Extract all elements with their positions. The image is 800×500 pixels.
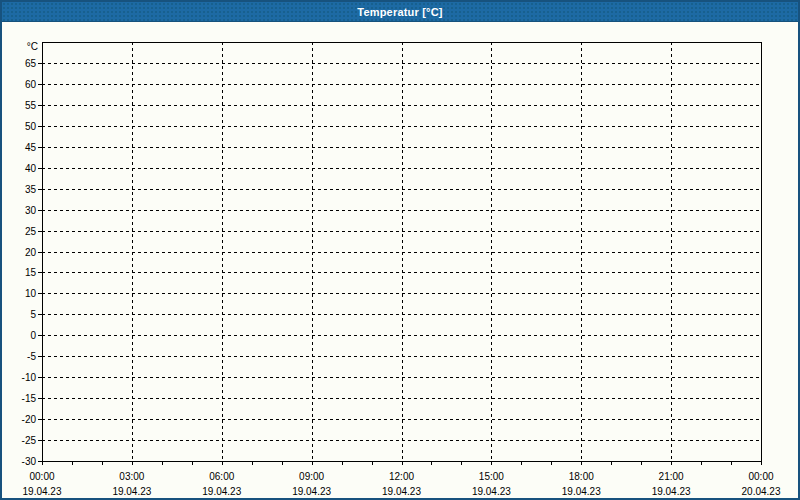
x-tick-date-label: 19.04.23 bbox=[202, 486, 241, 497]
chart-area: 65605550454035302520151050-5-10-15-20-25… bbox=[2, 22, 798, 499]
y-tick-label: 65 bbox=[25, 58, 37, 69]
x-tick-time-label: 00:00 bbox=[748, 471, 773, 482]
x-tick-date-label: 20.04.23 bbox=[742, 486, 781, 497]
y-tick-label: 10 bbox=[25, 288, 37, 299]
y-tick-label: 30 bbox=[25, 205, 37, 216]
y-tick-label: 40 bbox=[25, 163, 37, 174]
x-tick-time-label: 15:00 bbox=[479, 471, 504, 482]
y-tick-label: -5 bbox=[27, 351, 36, 362]
y-tick-label: -15 bbox=[22, 393, 37, 404]
x-tick-time-label: 09:00 bbox=[299, 471, 324, 482]
y-tick-label: 15 bbox=[25, 267, 37, 278]
y-axis-unit-label: °C bbox=[27, 41, 38, 52]
chart-window: Temperatur [°C] 656055504540353025201510… bbox=[0, 0, 800, 500]
x-tick-date-label: 19.04.23 bbox=[382, 486, 421, 497]
x-tick-date-label: 19.04.23 bbox=[472, 486, 511, 497]
x-tick-date-label: 19.04.23 bbox=[652, 486, 691, 497]
x-tick-time-label: 12:00 bbox=[389, 471, 414, 482]
y-tick-label: 20 bbox=[25, 247, 37, 258]
y-tick-label: -20 bbox=[22, 414, 37, 425]
x-tick-time-label: 21:00 bbox=[659, 471, 684, 482]
y-tick-label: 50 bbox=[25, 121, 37, 132]
x-tick-date-label: 19.04.23 bbox=[292, 486, 331, 497]
y-tick-label: -25 bbox=[22, 435, 37, 446]
x-tick-time-label: 03:00 bbox=[119, 471, 144, 482]
x-tick-date-label: 19.04.23 bbox=[112, 486, 151, 497]
y-tick-label: 45 bbox=[25, 142, 37, 153]
x-tick-time-label: 18:00 bbox=[569, 471, 594, 482]
y-tick-label: -10 bbox=[22, 372, 37, 383]
x-tick-time-label: 06:00 bbox=[209, 471, 234, 482]
x-tick-date-label: 19.04.23 bbox=[23, 486, 62, 497]
temperature-trend-chart: 65605550454035302520151050-5-10-15-20-25… bbox=[2, 22, 798, 499]
y-tick-label: 0 bbox=[30, 330, 36, 341]
window-title: Temperatur [°C] bbox=[357, 6, 442, 18]
y-tick-label: 5 bbox=[30, 309, 36, 320]
y-tick-label: 55 bbox=[25, 100, 37, 111]
y-tick-label: 25 bbox=[25, 226, 37, 237]
x-tick-date-label: 19.04.23 bbox=[562, 486, 601, 497]
window-title-bar[interactable]: Temperatur [°C] bbox=[2, 2, 798, 22]
x-tick-time-label: 00:00 bbox=[29, 471, 54, 482]
y-tick-label: 35 bbox=[25, 184, 37, 195]
y-tick-label: -30 bbox=[22, 456, 37, 467]
y-tick-label: 60 bbox=[25, 79, 37, 90]
